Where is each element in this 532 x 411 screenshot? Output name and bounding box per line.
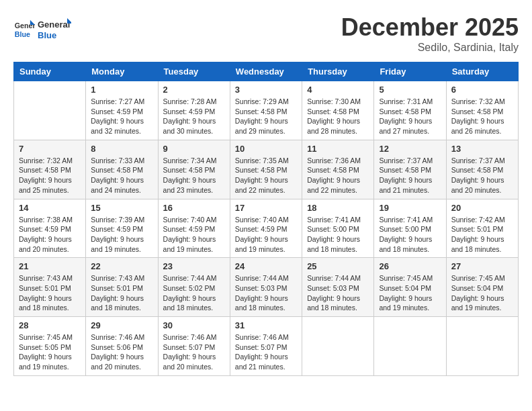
day-cell: 15Sunrise: 7:39 AM Sunset: 4:59 PM Dayli… — [86, 199, 158, 258]
day-cell: 22Sunrise: 7:43 AM Sunset: 5:01 PM Dayli… — [86, 258, 158, 317]
day-number: 10 — [235, 144, 297, 154]
day-cell: 6Sunrise: 7:32 AM Sunset: 4:58 PM Daylig… — [446, 81, 518, 140]
day-info: Sunrise: 7:29 AM Sunset: 4:58 PM Dayligh… — [235, 97, 297, 136]
day-info: Sunrise: 7:38 AM Sunset: 4:59 PM Dayligh… — [19, 215, 81, 255]
calendar-table: SundayMondayTuesdayWednesdayThursdayFrid… — [13, 62, 519, 376]
day-cell: 20Sunrise: 7:42 AM Sunset: 5:01 PM Dayli… — [446, 199, 518, 258]
column-header-saturday: Saturday — [446, 62, 518, 81]
day-info: Sunrise: 7:46 AM Sunset: 5:07 PM Dayligh… — [235, 332, 297, 372]
day-number: 19 — [379, 203, 441, 213]
calendar-header-row: SundayMondayTuesdayWednesdayThursdayFrid… — [14, 62, 519, 81]
day-number: 21 — [19, 261, 81, 271]
location: Sedilo, Sardinia, Italy — [341, 42, 519, 54]
column-header-tuesday: Tuesday — [158, 62, 230, 81]
day-cell: 18Sunrise: 7:41 AM Sunset: 5:00 PM Dayli… — [302, 199, 374, 258]
day-cell: 2Sunrise: 7:28 AM Sunset: 4:59 PM Daylig… — [158, 81, 230, 140]
column-header-monday: Monday — [86, 62, 158, 81]
day-info: Sunrise: 7:46 AM Sunset: 5:06 PM Dayligh… — [91, 332, 152, 372]
svg-text:General: General — [38, 19, 70, 30]
day-number: 25 — [307, 261, 369, 271]
day-number: 26 — [379, 261, 441, 271]
week-row-5: 28Sunrise: 7:45 AM Sunset: 5:05 PM Dayli… — [14, 317, 519, 376]
day-number: 1 — [91, 85, 152, 95]
day-number: 17 — [235, 203, 297, 213]
day-number: 29 — [91, 320, 152, 330]
day-cell: 24Sunrise: 7:44 AM Sunset: 5:03 PM Dayli… — [230, 258, 302, 317]
day-number: 31 — [235, 320, 297, 330]
day-number: 4 — [307, 85, 369, 95]
month-title: December 2025 — [341, 13, 519, 42]
day-info: Sunrise: 7:43 AM Sunset: 5:01 PM Dayligh… — [91, 273, 152, 313]
day-number: 13 — [451, 144, 513, 154]
day-number: 18 — [307, 203, 369, 213]
day-cell: 21Sunrise: 7:43 AM Sunset: 5:01 PM Dayli… — [14, 258, 86, 317]
day-cell: 8Sunrise: 7:33 AM Sunset: 4:58 PM Daylig… — [86, 140, 158, 199]
day-info: Sunrise: 7:28 AM Sunset: 4:59 PM Dayligh… — [163, 97, 225, 136]
day-cell: 13Sunrise: 7:37 AM Sunset: 4:58 PM Dayli… — [446, 140, 518, 199]
logo: General Blue General Blue — [13, 13, 71, 42]
column-header-friday: Friday — [374, 62, 446, 81]
day-info: Sunrise: 7:43 AM Sunset: 5:01 PM Dayligh… — [19, 273, 81, 313]
day-info: Sunrise: 7:30 AM Sunset: 4:58 PM Dayligh… — [307, 97, 369, 136]
day-info: Sunrise: 7:41 AM Sunset: 5:00 PM Dayligh… — [379, 215, 441, 255]
column-header-sunday: Sunday — [14, 62, 86, 81]
day-info: Sunrise: 7:31 AM Sunset: 4:58 PM Dayligh… — [379, 97, 441, 136]
day-number: 27 — [451, 261, 513, 271]
day-cell: 11Sunrise: 7:36 AM Sunset: 4:58 PM Dayli… — [302, 140, 374, 199]
week-row-4: 21Sunrise: 7:43 AM Sunset: 5:01 PM Dayli… — [14, 258, 519, 317]
day-cell: 26Sunrise: 7:45 AM Sunset: 5:04 PM Dayli… — [374, 258, 446, 317]
logo-icon: General Blue — [13, 19, 35, 40]
day-number: 23 — [163, 261, 225, 271]
day-number: 9 — [163, 144, 225, 154]
day-cell: 9Sunrise: 7:34 AM Sunset: 4:58 PM Daylig… — [158, 140, 230, 199]
week-row-3: 14Sunrise: 7:38 AM Sunset: 4:59 PM Dayli… — [14, 199, 519, 258]
day-cell: 5Sunrise: 7:31 AM Sunset: 4:58 PM Daylig… — [374, 81, 446, 140]
svg-text:Blue: Blue — [38, 30, 56, 40]
day-info: Sunrise: 7:32 AM Sunset: 4:58 PM Dayligh… — [451, 97, 513, 136]
day-cell: 27Sunrise: 7:45 AM Sunset: 5:04 PM Dayli… — [446, 258, 518, 317]
day-number: 11 — [307, 144, 369, 154]
day-info: Sunrise: 7:45 AM Sunset: 5:04 PM Dayligh… — [451, 273, 513, 313]
logo-svg: General Blue — [38, 17, 71, 42]
day-cell: 3Sunrise: 7:29 AM Sunset: 4:58 PM Daylig… — [230, 81, 302, 140]
day-number: 2 — [163, 85, 225, 95]
day-cell: 30Sunrise: 7:46 AM Sunset: 5:07 PM Dayli… — [158, 317, 230, 376]
day-info: Sunrise: 7:44 AM Sunset: 5:03 PM Dayligh… — [307, 273, 369, 313]
day-number: 6 — [451, 85, 513, 95]
day-number: 16 — [163, 203, 225, 213]
day-info: Sunrise: 7:41 AM Sunset: 5:00 PM Dayligh… — [307, 215, 369, 255]
day-cell: 28Sunrise: 7:45 AM Sunset: 5:05 PM Dayli… — [14, 317, 86, 376]
day-number: 5 — [379, 85, 441, 95]
day-number: 30 — [163, 320, 225, 330]
day-cell: 17Sunrise: 7:40 AM Sunset: 4:59 PM Dayli… — [230, 199, 302, 258]
column-header-thursday: Thursday — [302, 62, 374, 81]
day-number: 7 — [19, 144, 81, 154]
day-cell: 7Sunrise: 7:32 AM Sunset: 4:58 PM Daylig… — [14, 140, 86, 199]
svg-text:Blue: Blue — [15, 30, 30, 38]
day-number: 12 — [379, 144, 441, 154]
day-info: Sunrise: 7:39 AM Sunset: 4:59 PM Dayligh… — [91, 215, 152, 255]
day-cell: 16Sunrise: 7:40 AM Sunset: 4:59 PM Dayli… — [158, 199, 230, 258]
week-row-1: 1Sunrise: 7:27 AM Sunset: 4:59 PM Daylig… — [14, 81, 519, 140]
day-info: Sunrise: 7:42 AM Sunset: 5:01 PM Dayligh… — [451, 215, 513, 255]
day-number: 3 — [235, 85, 297, 95]
day-cell — [446, 317, 518, 376]
day-info: Sunrise: 7:37 AM Sunset: 4:58 PM Dayligh… — [379, 156, 441, 195]
day-cell: 29Sunrise: 7:46 AM Sunset: 5:06 PM Dayli… — [86, 317, 158, 376]
day-cell: 1Sunrise: 7:27 AM Sunset: 4:59 PM Daylig… — [86, 81, 158, 140]
day-cell: 31Sunrise: 7:46 AM Sunset: 5:07 PM Dayli… — [230, 317, 302, 376]
day-info: Sunrise: 7:44 AM Sunset: 5:02 PM Dayligh… — [163, 273, 225, 313]
day-cell — [302, 317, 374, 376]
day-number: 22 — [91, 261, 152, 271]
day-info: Sunrise: 7:37 AM Sunset: 4:58 PM Dayligh… — [451, 156, 513, 195]
column-header-wednesday: Wednesday — [230, 62, 302, 81]
day-number: 15 — [91, 203, 152, 213]
day-cell: 25Sunrise: 7:44 AM Sunset: 5:03 PM Dayli… — [302, 258, 374, 317]
day-info: Sunrise: 7:32 AM Sunset: 4:58 PM Dayligh… — [19, 156, 81, 195]
day-info: Sunrise: 7:36 AM Sunset: 4:58 PM Dayligh… — [307, 156, 369, 195]
day-info: Sunrise: 7:33 AM Sunset: 4:58 PM Dayligh… — [91, 156, 152, 195]
day-cell: 12Sunrise: 7:37 AM Sunset: 4:58 PM Dayli… — [374, 140, 446, 199]
title-block: December 2025 Sedilo, Sardinia, Italy — [341, 13, 519, 54]
day-info: Sunrise: 7:45 AM Sunset: 5:05 PM Dayligh… — [19, 332, 81, 372]
day-cell — [374, 317, 446, 376]
